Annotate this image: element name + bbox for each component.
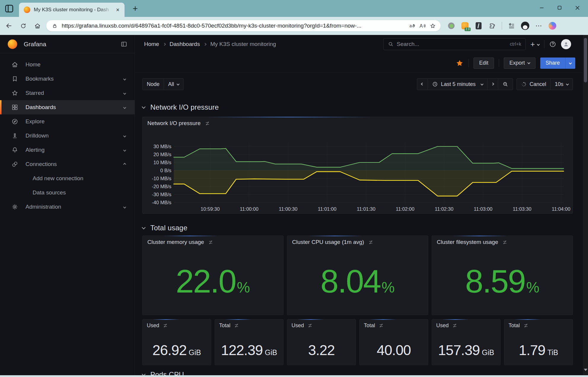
sidebar-item-administration[interactable]: Administration <box>0 200 135 214</box>
variable-value: All <box>168 81 174 87</box>
chevron-down-icon <box>142 226 146 229</box>
panel-loading-bar <box>308 236 362 236</box>
favorite-filled-star-icon[interactable] <box>455 59 464 67</box>
panel-status-icon[interactable] <box>379 323 384 328</box>
dashboard-controls: Node All <box>142 78 573 90</box>
panel-title[interactable]: Cluster filesystem usage <box>437 239 498 245</box>
extension-orange-icon[interactable]: 2.0 <box>460 20 470 31</box>
sidebar-item-add-new-connection[interactable]: Add new connection <box>0 171 135 186</box>
sidebar-item-drilldown[interactable]: Drilldown <box>0 129 135 143</box>
add-button[interactable]: + <box>530 40 539 49</box>
sidebar-item-connections[interactable]: Connections <box>0 157 135 171</box>
chevron-down-icon <box>123 134 126 137</box>
extension-green-dot-icon[interactable] <box>446 20 457 31</box>
y-axis-tick: 0 B/s <box>160 168 171 173</box>
export-button[interactable]: Export <box>504 57 536 69</box>
section-total-usage[interactable]: Total usage <box>142 223 588 233</box>
time-range-label: Last 5 minutes <box>441 81 476 87</box>
panel-status-icon[interactable] <box>234 323 239 328</box>
panel-title[interactable]: Total <box>219 322 230 329</box>
minimize-button[interactable] <box>533 0 551 15</box>
profile-avatar[interactable] <box>520 20 530 31</box>
tab-actions-icon[interactable] <box>4 4 14 14</box>
panel-status-icon[interactable] <box>208 240 213 245</box>
dashboard-scroll-area[interactable]: Node All <box>135 73 588 375</box>
search-input[interactable]: ctrl+k <box>383 38 526 50</box>
stat-unit: GiB <box>265 348 277 357</box>
time-range-picker[interactable]: Last 5 minutes <box>428 79 487 90</box>
refresh-cancel-button[interactable]: Cancel <box>517 79 550 90</box>
back-icon[interactable] <box>4 20 14 31</box>
share-button[interactable]: Share <box>540 57 565 69</box>
home-icon[interactable] <box>32 20 43 31</box>
variable-value-dropdown[interactable]: All <box>164 79 183 90</box>
new-tab-button[interactable]: + <box>130 4 140 13</box>
panel-title[interactable]: Cluster memory usage <box>147 239 204 245</box>
refresh-icon[interactable] <box>18 20 28 31</box>
browser-menu-icon[interactable]: ⋯ <box>533 20 544 31</box>
sidebar-item-explore[interactable]: Explore <box>0 114 135 129</box>
sidebar-item-dashboards[interactable]: Dashboards <box>0 100 135 114</box>
panel-status-icon[interactable] <box>502 240 507 245</box>
panel-title[interactable]: Cluster CPU usage (1m avg) <box>292 239 364 245</box>
close-window-button[interactable] <box>568 0 586 15</box>
sidebar-brand: Grafana <box>0 35 135 53</box>
stat-panel-cluster-memory-usage: Cluster memory usage22.0% <box>142 236 283 315</box>
lock-icon[interactable] <box>51 21 58 30</box>
edit-button[interactable]: Edit <box>474 57 494 69</box>
dock-sidebar-icon[interactable] <box>120 41 128 48</box>
mini-stat-panel-total-3: Total40.00 <box>359 319 428 365</box>
favorites-list-icon[interactable] <box>506 20 517 31</box>
panel-title[interactable]: Total <box>509 322 520 329</box>
browser-tab[interactable]: My K3S cluster monitoring - Dash × <box>19 3 125 17</box>
sidebar-item-starred[interactable]: Starred <box>0 86 135 100</box>
user-avatar[interactable] <box>561 39 571 49</box>
page-scrollbar[interactable] <box>583 35 588 375</box>
search-field[interactable] <box>397 41 510 47</box>
y-axis-tick: -20 MB/s <box>152 184 171 189</box>
scrollbar-down-arrow-icon[interactable] <box>584 369 587 371</box>
panel-title[interactable]: Used <box>291 322 304 329</box>
sidebar-item-alerting[interactable]: Alerting <box>0 143 135 157</box>
tab-close-icon[interactable]: × <box>114 6 122 14</box>
breadcrumb-item[interactable]: Home <box>144 41 159 47</box>
sidebar-item-bookmarks[interactable]: Bookmarks <box>0 72 135 86</box>
maximize-button[interactable] <box>551 0 568 15</box>
panel-status-icon[interactable] <box>368 240 373 245</box>
stat-value: 3.22 <box>308 342 334 358</box>
url-bar[interactable]: https://grafana.linuxsb.com/d/648976a1-f… <box>46 20 441 31</box>
panel-status-icon[interactable] <box>452 323 457 328</box>
header-divider <box>544 40 544 48</box>
refresh-interval-dropdown[interactable]: 10s <box>550 79 573 90</box>
extension-reader-icon[interactable] <box>473 20 484 31</box>
time-shift-forward-button[interactable] <box>487 79 498 90</box>
favorite-star-icon[interactable] <box>428 21 438 30</box>
help-icon[interactable] <box>549 41 556 48</box>
panel-status-icon[interactable] <box>307 323 313 328</box>
sidebar-item-home[interactable]: Home <box>0 57 135 72</box>
panel-title[interactable]: Used <box>147 322 159 329</box>
panel-status-icon[interactable] <box>523 323 528 328</box>
sidebar-item-data-sources[interactable]: Data sources <box>0 186 135 200</box>
zoom-out-button[interactable] <box>498 79 513 90</box>
time-shift-back-button[interactable] <box>417 79 428 90</box>
section-next-partial[interactable]: Pods CPU <box>142 370 588 375</box>
extensions-puzzle-icon[interactable] <box>487 20 498 31</box>
grafana-logo-icon[interactable] <box>8 39 17 49</box>
scrollbar-thumb[interactable] <box>584 38 587 82</box>
read-aloud-icon[interactable]: A <box>418 21 428 30</box>
translate-icon[interactable]: a <box>407 21 418 30</box>
network-io-chart[interactable]: 30 MB/s20 MB/s10 MB/s0 B/s-10 MB/s-20 MB… <box>143 117 573 213</box>
panel-status-icon[interactable] <box>163 323 168 328</box>
panel-title[interactable]: Used <box>436 322 449 329</box>
copilot-icon[interactable] <box>547 20 558 31</box>
section-network[interactable]: Network I/O pressure <box>142 103 588 112</box>
x-axis-tick: 11:01:00 <box>318 206 337 212</box>
panel-title[interactable]: Total <box>364 322 375 329</box>
share-dropdown-button[interactable] <box>565 57 575 69</box>
breadcrumb-item[interactable]: Dashboards <box>170 41 200 47</box>
mini-stat-panel-used-4: Used157.39GiB <box>432 319 501 365</box>
url-text[interactable]: https://grafana.linuxsb.com/d/648976a1-f… <box>62 23 407 29</box>
tab-title: My K3S cluster monitoring - Dash <box>34 7 114 13</box>
loading-spinner-icon <box>521 82 527 87</box>
